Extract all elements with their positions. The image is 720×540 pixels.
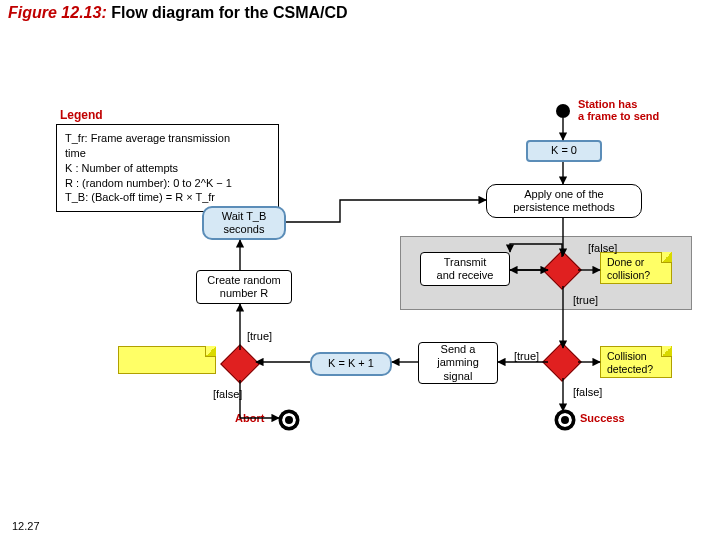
figure-title: Figure 12.13: Flow diagram for the CSMA/… [8, 4, 348, 22]
legend-line: T_fr: Frame average transmission [65, 131, 270, 146]
edge-label-false: [false] [213, 388, 242, 400]
figure-caption: Flow diagram for the CSMA/CD [111, 4, 347, 21]
edge-label-true: [true] [514, 350, 539, 362]
edge-label-true: [true] [573, 294, 598, 306]
box-wait: Wait T_B seconds [202, 206, 286, 240]
abort-label: Abort [235, 412, 264, 424]
start-node-icon [556, 104, 570, 118]
box-persistence: Apply one of the persistence methods [486, 184, 642, 218]
edge-label-true: [true] [247, 330, 272, 342]
legend-heading: Legend [60, 108, 103, 122]
legend-line: K : Number of attempts [65, 161, 270, 176]
box-create-random: Create random number R [196, 270, 292, 304]
page-number: 12.27 [12, 520, 40, 532]
decision-collision-icon [542, 342, 582, 382]
figure-number: Figure 12.13: [8, 4, 107, 21]
success-label: Success [580, 412, 625, 424]
legend-line: time [65, 146, 270, 161]
edge-label-false: [false] [573, 386, 602, 398]
legend-line: R : (random number): 0 to 2^K − 1 [65, 176, 270, 191]
note-limit [118, 346, 216, 374]
start-label: Station has a frame to send [578, 98, 659, 122]
box-k0: K = 0 [526, 140, 602, 162]
note-done-collision: Done or collision? [600, 252, 672, 284]
success-node-icon [556, 411, 574, 429]
legend-box: T_fr: Frame average transmission time K … [56, 124, 279, 212]
note-collision-detected: Collision detected? [600, 346, 672, 378]
box-k-increment: K = K + 1 [310, 352, 392, 376]
edge-label-false: [false] [588, 242, 617, 254]
box-jamming: Send a jamming signal [418, 342, 498, 384]
box-transmit: Transmit and receive [420, 252, 510, 286]
decision-limit-icon [220, 344, 260, 384]
legend-line: T_B: (Back-off time) = R × T_fr [65, 190, 270, 205]
abort-node-icon [280, 411, 298, 429]
